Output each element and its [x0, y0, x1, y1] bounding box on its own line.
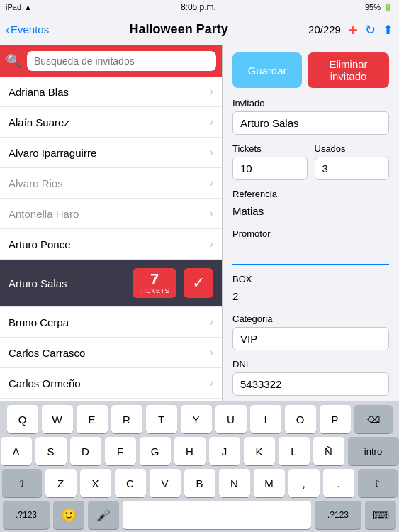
list-item[interactable]: Antonella Haro › [0, 199, 222, 229]
key-comma[interactable]: , [288, 469, 320, 497]
list-item[interactable]: Carlos Carrasco › [0, 338, 222, 368]
add-guest-button[interactable]: + [348, 20, 358, 40]
guest-name: Carlos Ormeño [9, 377, 81, 389]
active-list-item[interactable]: Arturo Salas 7 TICKETS ✓ [0, 260, 222, 307]
key-o[interactable]: O [285, 405, 316, 433]
tickets-field: Tickets [232, 143, 308, 180]
numbers-key-right[interactable]: .?123 [315, 501, 361, 529]
guest-name: Adriana Blas [9, 86, 69, 98]
chevron-right-icon: › [210, 177, 213, 189]
categoria-input[interactable] [232, 327, 389, 350]
key-g[interactable]: G [140, 437, 171, 465]
chevron-right-icon: › [210, 238, 213, 250]
key-c[interactable]: C [115, 469, 146, 497]
list-item[interactable]: Alvaro Iparraguirre › [0, 138, 222, 168]
invitado-input[interactable] [232, 111, 389, 135]
ticket-count: 7 [150, 271, 159, 288]
nav-actions: 20/229 + ↻ ⬆ [308, 20, 393, 40]
key-m[interactable]: M [254, 469, 285, 497]
back-button[interactable]: ‹ Eventos [6, 23, 49, 35]
nav-bar: ‹ Eventos Halloween Party 20/229 + ↻ ⬆ [0, 14, 399, 45]
shift-right-key[interactable]: ⇧ [358, 469, 398, 497]
list-item[interactable]: Adriana Blas › [0, 77, 222, 107]
guest-name: Arturo Ponce [9, 238, 71, 250]
carrier-label: iPad [6, 3, 21, 11]
refresh-button[interactable]: ↻ [365, 22, 376, 38]
back-chevron-icon: ‹ [6, 23, 9, 35]
keyboard-icon-key[interactable]: ⌨ [365, 501, 396, 529]
key-e[interactable]: E [77, 405, 108, 433]
keyboard-bottom-row: .?123 🙂 🎤 .?123 ⌨ [3, 501, 396, 529]
enter-key[interactable]: intro [348, 437, 399, 465]
promotor-label: Promotor [232, 228, 389, 239]
referencia-label: Referencia [232, 189, 389, 199]
delete-button[interactable]: Eliminar invitado [308, 52, 389, 88]
chevron-right-icon: › [210, 116, 213, 128]
numbers-key-left[interactable]: .?123 [3, 501, 50, 529]
key-p[interactable]: P [320, 405, 351, 433]
key-z[interactable]: Z [45, 469, 77, 497]
chevron-right-icon: › [210, 346, 213, 359]
key-period[interactable]: . [323, 469, 354, 497]
key-n[interactable]: N [219, 469, 250, 497]
referencia-value: Matias [232, 202, 389, 220]
key-u[interactable]: U [215, 405, 247, 433]
list-item[interactable]: Alvaro Rios › [0, 168, 222, 199]
save-button[interactable]: Guardar [232, 52, 302, 88]
guest-name: Alvaro Iparraguirre [9, 147, 96, 159]
wifi-icon: ▲ [24, 3, 32, 11]
chevron-right-icon: › [210, 207, 213, 220]
export-button[interactable]: ⬆ [383, 22, 393, 38]
status-left: iPad ▲ [6, 3, 32, 11]
check-button[interactable]: ✓ [184, 268, 213, 298]
key-r[interactable]: R [111, 405, 142, 433]
guest-name: Arturo Salas [9, 277, 67, 289]
key-f[interactable]: F [105, 437, 136, 465]
emoji-key[interactable]: 🙂 [53, 501, 84, 529]
box-label: BOX [232, 274, 389, 284]
mic-key[interactable]: 🎤 [88, 501, 119, 529]
list-item[interactable]: Bruno Cerpa › [0, 307, 222, 338]
key-n-tilde[interactable]: Ñ [313, 437, 344, 465]
battery-icon: 🔋 [383, 3, 393, 12]
promotor-field: Promotor [232, 228, 389, 265]
search-input[interactable] [27, 51, 216, 71]
key-a[interactable]: A [1, 437, 32, 465]
space-key[interactable] [123, 501, 311, 529]
tickets-input[interactable] [232, 157, 308, 180]
list-item[interactable]: Arturo Ponce › [0, 229, 222, 260]
key-b[interactable]: B [184, 469, 215, 497]
usados-input[interactable] [315, 157, 390, 180]
list-item[interactable]: Carlos Ormeño › [0, 368, 222, 399]
back-label: Eventos [11, 23, 49, 35]
key-y[interactable]: Y [181, 405, 212, 433]
key-i[interactable]: I [250, 405, 281, 433]
list-item[interactable]: Alaín Suarez › [0, 107, 222, 138]
keyboard-row-2: A S D F G H J K L Ñ intro [3, 437, 396, 465]
ticket-label: TICKETS [140, 288, 169, 295]
key-l[interactable]: L [279, 437, 310, 465]
keyboard-row-1: Q W E R T Y U I O P ⌫ [3, 405, 396, 433]
key-x[interactable]: X [80, 469, 111, 497]
search-icon[interactable]: 🔍 [6, 53, 21, 69]
referencia-field: Referencia Matias [232, 189, 389, 220]
backspace-key[interactable]: ⌫ [354, 405, 393, 433]
key-d[interactable]: D [70, 437, 101, 465]
key-t[interactable]: T [146, 405, 177, 433]
key-h[interactable]: H [174, 437, 206, 465]
key-v[interactable]: V [150, 469, 181, 497]
shift-key[interactable]: ⇧ [2, 469, 42, 497]
chevron-right-icon: › [210, 146, 213, 159]
key-q[interactable]: Q [7, 405, 38, 433]
key-s[interactable]: S [35, 437, 67, 465]
key-j[interactable]: J [209, 437, 240, 465]
key-k[interactable]: K [244, 437, 275, 465]
battery-label: 95% [365, 3, 381, 11]
categoria-label: Categoria [232, 314, 389, 324]
promotor-input[interactable] [232, 242, 389, 265]
dni-field: DNI [232, 359, 389, 396]
key-w[interactable]: W [42, 405, 73, 433]
dni-input[interactable] [232, 372, 389, 396]
keyboard: Q W E R T Y U I O P ⌫ A S D F G H J K L … [0, 401, 399, 532]
box-value: 2 [232, 287, 389, 305]
